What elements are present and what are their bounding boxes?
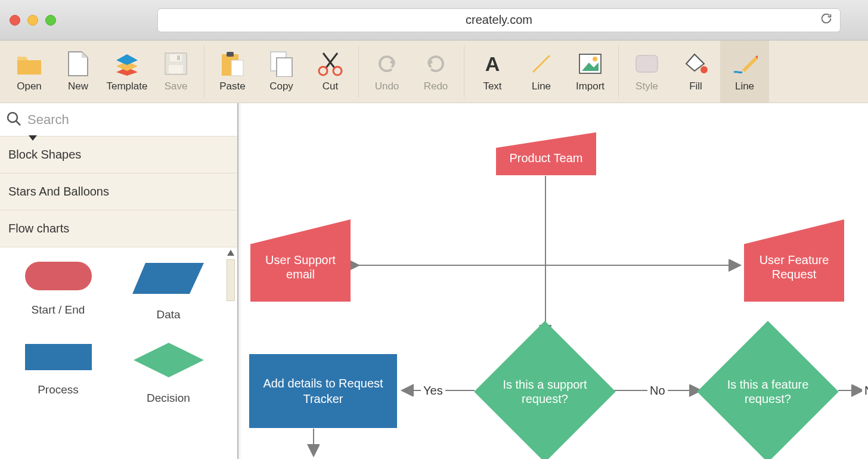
search-icon bbox=[6, 111, 21, 129]
paste-button[interactable]: Paste bbox=[208, 41, 257, 103]
svg-line-17 bbox=[533, 55, 550, 72]
line-tool-icon bbox=[527, 51, 556, 77]
toolbar-separator bbox=[204, 45, 204, 98]
search-row bbox=[0, 103, 237, 137]
edge-label-no: No bbox=[647, 383, 668, 399]
svg-point-23 bbox=[700, 66, 708, 73]
shape-process[interactable]: Process bbox=[6, 339, 110, 405]
workspace: Block Shapes Stars And Balloons Flow cha… bbox=[0, 103, 868, 459]
svg-rect-21 bbox=[636, 55, 658, 72]
url-text: creately.com bbox=[466, 13, 532, 27]
redo-button[interactable]: Redo bbox=[411, 41, 460, 103]
window-controls bbox=[10, 15, 56, 26]
undo-icon bbox=[373, 51, 401, 77]
open-button[interactable]: Open bbox=[5, 41, 54, 103]
toolbar-separator bbox=[618, 45, 619, 98]
cut-button[interactable]: Cut bbox=[306, 41, 355, 103]
shape-decision[interactable]: Decision bbox=[116, 339, 221, 405]
save-button[interactable]: Save bbox=[151, 41, 200, 103]
svg-rect-30 bbox=[25, 344, 92, 370]
folder-icon bbox=[15, 51, 44, 77]
svg-rect-6 bbox=[169, 65, 183, 73]
import-icon bbox=[576, 51, 604, 77]
copy-icon bbox=[267, 51, 296, 77]
category-block-shapes[interactable]: Block Shapes bbox=[0, 137, 237, 173]
style-icon bbox=[633, 51, 661, 77]
paste-icon bbox=[218, 51, 247, 77]
line-style-button[interactable]: Line bbox=[720, 41, 769, 103]
svg-rect-28 bbox=[25, 262, 92, 290]
svg-rect-9 bbox=[231, 60, 243, 76]
svg-point-19 bbox=[593, 57, 597, 61]
close-window-button[interactable] bbox=[10, 15, 20, 26]
browser-chrome: creately.com bbox=[0, 0, 868, 41]
category-stars-balloons[interactable]: Stars And Balloons bbox=[0, 173, 237, 210]
svg-marker-31 bbox=[134, 343, 204, 377]
pencil-line-icon bbox=[730, 51, 759, 77]
toolbar-separator bbox=[358, 45, 359, 98]
toolbar: Open New Template Save Paste bbox=[0, 41, 868, 103]
fill-button[interactable]: Fill bbox=[671, 41, 720, 103]
svg-marker-32 bbox=[227, 250, 234, 256]
reload-icon[interactable] bbox=[820, 12, 833, 28]
toolbar-separator bbox=[464, 45, 464, 98]
undo-button[interactable]: Undo bbox=[362, 41, 411, 103]
svg-marker-2 bbox=[116, 54, 138, 65]
shape-data[interactable]: Data bbox=[116, 259, 221, 321]
redo-icon bbox=[421, 51, 450, 77]
new-button[interactable]: New bbox=[54, 41, 103, 103]
svg-text:A: A bbox=[485, 52, 500, 75]
diagram-canvas[interactable]: Product Team User Support email User Fea… bbox=[238, 103, 868, 459]
svg-marker-24 bbox=[742, 57, 758, 72]
svg-point-14 bbox=[319, 67, 327, 75]
save-icon bbox=[162, 51, 190, 77]
fill-icon bbox=[681, 51, 710, 77]
copy-button[interactable]: Copy bbox=[257, 41, 306, 103]
svg-point-26 bbox=[8, 113, 17, 122]
url-bar[interactable]: creately.com bbox=[157, 8, 841, 32]
template-icon bbox=[113, 51, 141, 77]
line-button[interactable]: Line bbox=[517, 41, 566, 103]
edge-label-no-2: N bbox=[862, 383, 868, 399]
template-button[interactable]: Template bbox=[103, 41, 151, 103]
search-input[interactable] bbox=[21, 112, 231, 128]
svg-point-15 bbox=[333, 67, 342, 75]
svg-rect-8 bbox=[227, 52, 234, 57]
import-button[interactable]: Import bbox=[566, 41, 615, 103]
style-button[interactable]: Style bbox=[622, 41, 671, 103]
scroll-up-icon[interactable] bbox=[225, 247, 236, 258]
shapes-scrollbar[interactable] bbox=[225, 247, 236, 459]
text-button[interactable]: A Text bbox=[468, 41, 517, 103]
maximize-window-button[interactable] bbox=[45, 15, 56, 26]
shapes-sidebar: Block Shapes Stars And Balloons Flow cha… bbox=[0, 103, 238, 459]
minimize-window-button[interactable] bbox=[27, 15, 38, 26]
shape-start-end[interactable]: Start / End bbox=[6, 259, 110, 321]
scroll-thumb[interactable] bbox=[227, 259, 235, 301]
svg-marker-29 bbox=[132, 263, 204, 294]
cut-icon bbox=[316, 51, 345, 77]
svg-rect-5 bbox=[177, 55, 180, 60]
text-icon: A bbox=[478, 51, 507, 77]
shapes-panel: Start / End Data Process Decision bbox=[0, 247, 237, 459]
edge-label-yes: Yes bbox=[421, 383, 445, 399]
category-flow-charts[interactable]: Flow charts bbox=[0, 210, 237, 247]
new-file-icon bbox=[64, 51, 92, 77]
svg-rect-11 bbox=[277, 58, 292, 77]
svg-line-27 bbox=[16, 121, 20, 125]
node-add-details[interactable]: Add details to Request Tracker bbox=[249, 354, 397, 428]
